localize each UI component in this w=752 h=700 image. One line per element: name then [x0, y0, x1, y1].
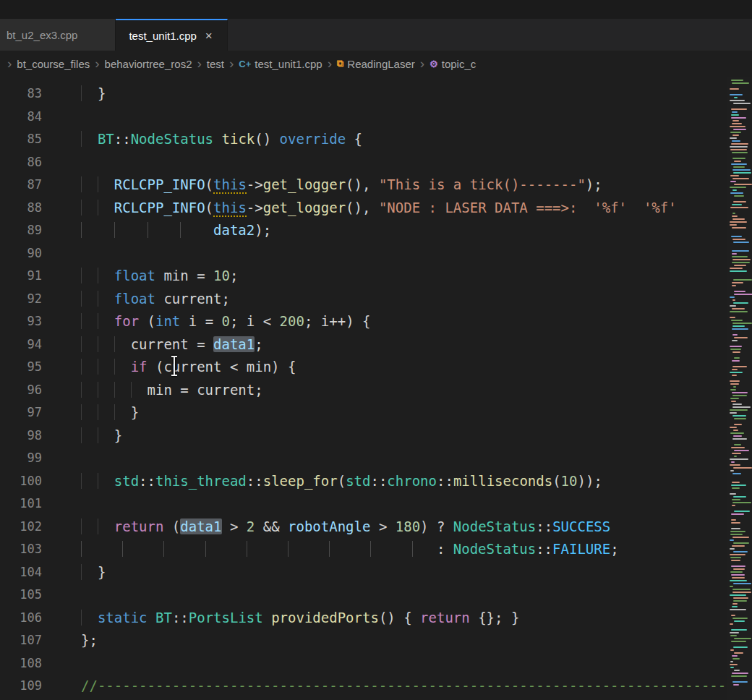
- line-number[interactable]: 106: [0, 607, 42, 630]
- token-plain: }: [131, 404, 139, 420]
- code-line[interactable]: 99: [0, 447, 752, 470]
- minimap-line: [730, 623, 733, 625]
- token-enum_member: SUCCESS: [552, 518, 610, 534]
- code-line[interactable]: 88 RCLCPP_INFO(this->get_logger(), "NODE…: [0, 197, 752, 220]
- breadcrumb-item-topic[interactable]: ⚙ topic_c: [430, 58, 476, 70]
- minimap-line: [730, 667, 734, 668]
- line-number[interactable]: 105: [0, 584, 42, 607]
- line-number[interactable]: 92: [0, 288, 42, 311]
- code-line[interactable]: 105: [0, 584, 752, 607]
- line-number[interactable]: 96: [0, 379, 42, 402]
- line-number[interactable]: 107: [0, 629, 42, 652]
- line-number[interactable]: 83: [0, 82, 42, 106]
- token-string: "This is a tick()-------": [379, 176, 586, 192]
- code-line[interactable]: 95 if (current < min) {: [0, 356, 752, 379]
- code-line[interactable]: 109//-----------------------------------…: [0, 675, 752, 698]
- minimap-line: [732, 369, 738, 370]
- line-number[interactable]: 87: [0, 174, 42, 197]
- line-number[interactable]: 88: [0, 197, 42, 220]
- code-line[interactable]: 107};: [0, 629, 752, 652]
- minimap-line: [732, 360, 740, 362]
- code-line[interactable]: 85 BT::NodeStatus tick() override {: [0, 128, 752, 151]
- line-number[interactable]: 89: [0, 219, 42, 242]
- code-line[interactable]: 93 for (int i = 0; i < 200; i++) {: [0, 310, 752, 333]
- line-number[interactable]: 90: [0, 242, 42, 265]
- code-line[interactable]: 92 float current;: [0, 288, 752, 311]
- code-line[interactable]: 103 : NodeStatus::FAILURE;: [0, 538, 752, 561]
- code-text: [42, 652, 81, 675]
- minimap-line: [732, 340, 738, 341]
- code-text: }: [42, 561, 106, 584]
- minimap-line: [732, 366, 747, 367]
- code-line[interactable]: 90: [0, 242, 752, 265]
- code-text: data2);: [42, 219, 271, 242]
- editor: 83 }8485 BT::NodeStatus tick() override …: [0, 77, 752, 700]
- minimap-line: [731, 236, 742, 237]
- token-plain: };: [81, 632, 98, 648]
- code-line[interactable]: 97 }: [0, 401, 752, 424]
- line-number[interactable]: 85: [0, 128, 42, 151]
- code-line[interactable]: 89 data2);: [0, 219, 752, 242]
- code-line[interactable]: 94 current = data1;: [0, 333, 752, 357]
- minimap-line: [733, 467, 752, 469]
- minimap-line: [732, 140, 740, 142]
- indent-whitespace: [81, 200, 114, 215]
- line-number[interactable]: 109: [0, 675, 42, 698]
- minimap-line: [730, 571, 743, 573]
- breadcrumb-item-bt-course-files[interactable]: bt_course_files: [17, 58, 90, 70]
- line-number[interactable]: 108: [0, 652, 42, 675]
- code-text: [42, 242, 81, 265]
- code-text: for (int i = 0; i < 200; i++) {: [42, 310, 370, 333]
- code-line[interactable]: 86: [0, 151, 752, 174]
- line-number[interactable]: 103: [0, 538, 42, 561]
- line-number[interactable]: 86: [0, 151, 42, 174]
- code-line[interactable]: 91 float min = 10;: [0, 265, 752, 288]
- code-line[interactable]: 98 }: [0, 424, 752, 448]
- line-number[interactable]: 84: [0, 106, 42, 129]
- token-plain: (: [139, 313, 155, 329]
- minimap-line: [732, 375, 737, 376]
- line-number[interactable]: 98: [0, 424, 42, 448]
- code-line[interactable]: 84: [0, 106, 752, 129]
- code-line[interactable]: 83 }: [0, 82, 752, 106]
- line-number[interactable]: 100: [0, 470, 42, 493]
- code-line[interactable]: 104 }: [0, 561, 752, 584]
- tab-test-unit1-cpp[interactable]: test_unit1.cpp ×: [116, 19, 227, 51]
- line-number[interactable]: 97: [0, 401, 42, 424]
- line-number[interactable]: 91: [0, 265, 42, 288]
- code-text: [42, 151, 81, 174]
- code-line[interactable]: 108: [0, 652, 752, 675]
- close-icon[interactable]: ×: [204, 30, 214, 42]
- token-keyword: return: [420, 610, 470, 626]
- code-line[interactable]: 106 static BT::PortsList providedPorts()…: [0, 607, 752, 630]
- code-line[interactable]: 87 RCLCPP_INFO(this->get_logger(), "This…: [0, 174, 752, 197]
- minimap-line: [730, 554, 745, 555]
- breadcrumb-item-behaviortree-ros2[interactable]: behaviortree_ros2: [105, 58, 192, 70]
- line-number[interactable]: 99: [0, 447, 42, 470]
- line-number[interactable]: 104: [0, 561, 42, 584]
- line-number[interactable]: 101: [0, 492, 42, 516]
- line-number[interactable]: 94: [0, 333, 42, 357]
- tab-bt-u2-ex3-cpp[interactable]: bt_u2_ex3.cpp: [0, 19, 116, 51]
- code-line[interactable]: 102 return (data1 > 2 && robotAngle > 18…: [0, 516, 752, 539]
- minimap-line: [730, 372, 743, 373]
- code-line[interactable]: 96 min = current;: [0, 379, 752, 402]
- minimap-line: [734, 97, 738, 98]
- line-number[interactable]: 95: [0, 356, 42, 379]
- token-plain: ::: [370, 473, 387, 489]
- minimap-line: [730, 305, 736, 307]
- line-number[interactable]: 93: [0, 310, 42, 333]
- breadcrumb-item-test[interactable]: test: [207, 58, 224, 70]
- minimap-line: [731, 401, 736, 402]
- breadcrumb-item-readinglaser[interactable]: ⧉ ReadingLaser: [337, 58, 415, 70]
- token-keyword: return: [114, 518, 164, 534]
- minimap-line: [733, 386, 736, 388]
- breadcrumb-item-test-unit1-cpp[interactable]: C+ test_unit1.cpp: [239, 58, 322, 70]
- minimap[interactable]: [727, 77, 752, 700]
- minimap-line: [730, 609, 746, 610]
- indent-whitespace: [81, 85, 98, 101]
- minimap-line: [730, 207, 748, 208]
- line-number[interactable]: 102: [0, 516, 42, 539]
- code-line[interactable]: 100 std::this_thread::sleep_for(std::chr…: [0, 470, 752, 493]
- code-line[interactable]: 101: [0, 492, 752, 516]
